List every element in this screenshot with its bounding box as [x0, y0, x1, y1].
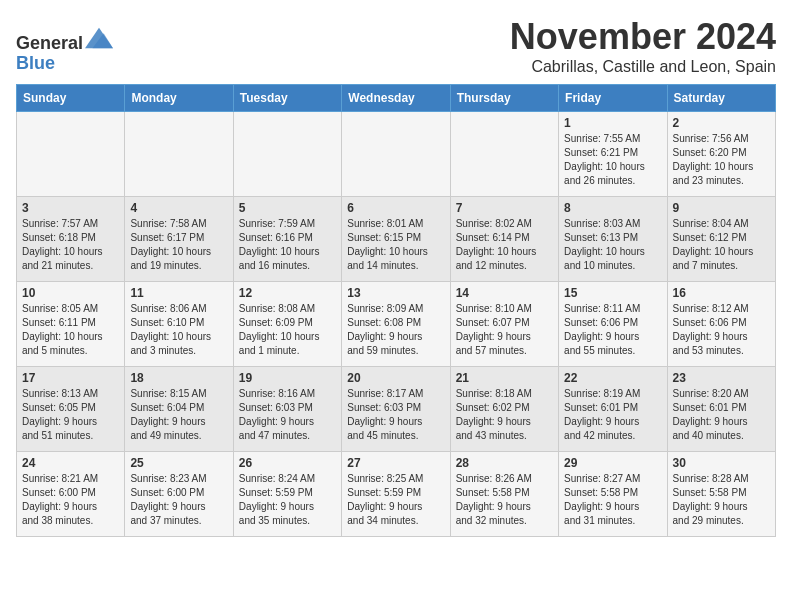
- day-number: 18: [130, 371, 227, 385]
- day-info: Sunrise: 8:10 AM Sunset: 6:07 PM Dayligh…: [456, 302, 553, 358]
- day-info: Sunrise: 8:11 AM Sunset: 6:06 PM Dayligh…: [564, 302, 661, 358]
- calendar-cell: 9Sunrise: 8:04 AM Sunset: 6:12 PM Daylig…: [667, 197, 775, 282]
- day-info: Sunrise: 8:17 AM Sunset: 6:03 PM Dayligh…: [347, 387, 444, 443]
- day-number: 14: [456, 286, 553, 300]
- calendar-cell: [450, 112, 558, 197]
- day-number: 21: [456, 371, 553, 385]
- calendar-cell: 22Sunrise: 8:19 AM Sunset: 6:01 PM Dayli…: [559, 367, 667, 452]
- calendar-cell: 6Sunrise: 8:01 AM Sunset: 6:15 PM Daylig…: [342, 197, 450, 282]
- calendar-cell: 20Sunrise: 8:17 AM Sunset: 6:03 PM Dayli…: [342, 367, 450, 452]
- day-info: Sunrise: 8:06 AM Sunset: 6:10 PM Dayligh…: [130, 302, 227, 358]
- calendar-header: SundayMondayTuesdayWednesdayThursdayFrid…: [17, 85, 776, 112]
- calendar-cell: 30Sunrise: 8:28 AM Sunset: 5:58 PM Dayli…: [667, 452, 775, 537]
- day-info: Sunrise: 8:03 AM Sunset: 6:13 PM Dayligh…: [564, 217, 661, 273]
- logo-line1: General: [16, 27, 113, 54]
- calendar-cell: 7Sunrise: 8:02 AM Sunset: 6:14 PM Daylig…: [450, 197, 558, 282]
- calendar-cell: 4Sunrise: 7:58 AM Sunset: 6:17 PM Daylig…: [125, 197, 233, 282]
- day-info: Sunrise: 8:12 AM Sunset: 6:06 PM Dayligh…: [673, 302, 770, 358]
- day-number: 26: [239, 456, 336, 470]
- day-number: 16: [673, 286, 770, 300]
- day-info: Sunrise: 8:15 AM Sunset: 6:04 PM Dayligh…: [130, 387, 227, 443]
- day-info: Sunrise: 8:19 AM Sunset: 6:01 PM Dayligh…: [564, 387, 661, 443]
- day-info: Sunrise: 8:24 AM Sunset: 5:59 PM Dayligh…: [239, 472, 336, 528]
- day-info: Sunrise: 8:01 AM Sunset: 6:15 PM Dayligh…: [347, 217, 444, 273]
- day-number: 30: [673, 456, 770, 470]
- calendar-cell: 8Sunrise: 8:03 AM Sunset: 6:13 PM Daylig…: [559, 197, 667, 282]
- calendar-cell: 2Sunrise: 7:56 AM Sunset: 6:20 PM Daylig…: [667, 112, 775, 197]
- day-number: 5: [239, 201, 336, 215]
- day-number: 29: [564, 456, 661, 470]
- calendar-week-1: 1Sunrise: 7:55 AM Sunset: 6:21 PM Daylig…: [17, 112, 776, 197]
- calendar-week-4: 17Sunrise: 8:13 AM Sunset: 6:05 PM Dayli…: [17, 367, 776, 452]
- calendar-cell: 19Sunrise: 8:16 AM Sunset: 6:03 PM Dayli…: [233, 367, 341, 452]
- day-number: 3: [22, 201, 119, 215]
- day-info: Sunrise: 8:27 AM Sunset: 5:58 PM Dayligh…: [564, 472, 661, 528]
- calendar-cell: 15Sunrise: 8:11 AM Sunset: 6:06 PM Dayli…: [559, 282, 667, 367]
- day-info: Sunrise: 7:59 AM Sunset: 6:16 PM Dayligh…: [239, 217, 336, 273]
- calendar-cell: 18Sunrise: 8:15 AM Sunset: 6:04 PM Dayli…: [125, 367, 233, 452]
- day-info: Sunrise: 7:56 AM Sunset: 6:20 PM Dayligh…: [673, 132, 770, 188]
- day-info: Sunrise: 8:28 AM Sunset: 5:58 PM Dayligh…: [673, 472, 770, 528]
- calendar-cell: 29Sunrise: 8:27 AM Sunset: 5:58 PM Dayli…: [559, 452, 667, 537]
- location-title: Cabrillas, Castille and Leon, Spain: [510, 58, 776, 76]
- day-info: Sunrise: 8:08 AM Sunset: 6:09 PM Dayligh…: [239, 302, 336, 358]
- calendar-cell: 3Sunrise: 7:57 AM Sunset: 6:18 PM Daylig…: [17, 197, 125, 282]
- day-info: Sunrise: 8:18 AM Sunset: 6:02 PM Dayligh…: [456, 387, 553, 443]
- calendar-cell: [342, 112, 450, 197]
- calendar-cell: 23Sunrise: 8:20 AM Sunset: 6:01 PM Dayli…: [667, 367, 775, 452]
- calendar-cell: 14Sunrise: 8:10 AM Sunset: 6:07 PM Dayli…: [450, 282, 558, 367]
- calendar-week-2: 3Sunrise: 7:57 AM Sunset: 6:18 PM Daylig…: [17, 197, 776, 282]
- weekday-header-friday: Friday: [559, 85, 667, 112]
- day-number: 4: [130, 201, 227, 215]
- day-info: Sunrise: 7:55 AM Sunset: 6:21 PM Dayligh…: [564, 132, 661, 188]
- day-number: 17: [22, 371, 119, 385]
- day-info: Sunrise: 8:13 AM Sunset: 6:05 PM Dayligh…: [22, 387, 119, 443]
- logo-line2: Blue: [16, 54, 113, 74]
- calendar-cell: 28Sunrise: 8:26 AM Sunset: 5:58 PM Dayli…: [450, 452, 558, 537]
- calendar-cell: [125, 112, 233, 197]
- calendar-cell: 10Sunrise: 8:05 AM Sunset: 6:11 PM Dayli…: [17, 282, 125, 367]
- logo: General Blue: [16, 27, 113, 74]
- calendar-week-5: 24Sunrise: 8:21 AM Sunset: 6:00 PM Dayli…: [17, 452, 776, 537]
- calendar-cell: 21Sunrise: 8:18 AM Sunset: 6:02 PM Dayli…: [450, 367, 558, 452]
- weekday-header-saturday: Saturday: [667, 85, 775, 112]
- day-number: 19: [239, 371, 336, 385]
- day-info: Sunrise: 7:58 AM Sunset: 6:17 PM Dayligh…: [130, 217, 227, 273]
- day-number: 27: [347, 456, 444, 470]
- calendar-cell: 17Sunrise: 8:13 AM Sunset: 6:05 PM Dayli…: [17, 367, 125, 452]
- calendar-cell: [233, 112, 341, 197]
- calendar-week-3: 10Sunrise: 8:05 AM Sunset: 6:11 PM Dayli…: [17, 282, 776, 367]
- calendar-cell: 1Sunrise: 7:55 AM Sunset: 6:21 PM Daylig…: [559, 112, 667, 197]
- day-info: Sunrise: 7:57 AM Sunset: 6:18 PM Dayligh…: [22, 217, 119, 273]
- day-number: 9: [673, 201, 770, 215]
- day-number: 13: [347, 286, 444, 300]
- title-section: November 2024 Cabrillas, Castille and Le…: [510, 16, 776, 76]
- day-info: Sunrise: 8:05 AM Sunset: 6:11 PM Dayligh…: [22, 302, 119, 358]
- month-title: November 2024: [510, 16, 776, 58]
- day-info: Sunrise: 8:25 AM Sunset: 5:59 PM Dayligh…: [347, 472, 444, 528]
- day-number: 1: [564, 116, 661, 130]
- weekday-header-thursday: Thursday: [450, 85, 558, 112]
- calendar-cell: 5Sunrise: 7:59 AM Sunset: 6:16 PM Daylig…: [233, 197, 341, 282]
- weekday-header-tuesday: Tuesday: [233, 85, 341, 112]
- day-info: Sunrise: 8:26 AM Sunset: 5:58 PM Dayligh…: [456, 472, 553, 528]
- calendar-cell: 25Sunrise: 8:23 AM Sunset: 6:00 PM Dayli…: [125, 452, 233, 537]
- day-number: 11: [130, 286, 227, 300]
- day-number: 8: [564, 201, 661, 215]
- calendar-cell: 16Sunrise: 8:12 AM Sunset: 6:06 PM Dayli…: [667, 282, 775, 367]
- day-info: Sunrise: 8:23 AM Sunset: 6:00 PM Dayligh…: [130, 472, 227, 528]
- day-number: 6: [347, 201, 444, 215]
- day-info: Sunrise: 8:04 AM Sunset: 6:12 PM Dayligh…: [673, 217, 770, 273]
- day-number: 2: [673, 116, 770, 130]
- day-number: 25: [130, 456, 227, 470]
- day-number: 15: [564, 286, 661, 300]
- day-number: 24: [22, 456, 119, 470]
- day-number: 10: [22, 286, 119, 300]
- day-number: 12: [239, 286, 336, 300]
- calendar-cell: 11Sunrise: 8:06 AM Sunset: 6:10 PM Dayli…: [125, 282, 233, 367]
- day-number: 20: [347, 371, 444, 385]
- day-info: Sunrise: 8:09 AM Sunset: 6:08 PM Dayligh…: [347, 302, 444, 358]
- day-info: Sunrise: 8:20 AM Sunset: 6:01 PM Dayligh…: [673, 387, 770, 443]
- calendar-cell: 27Sunrise: 8:25 AM Sunset: 5:59 PM Dayli…: [342, 452, 450, 537]
- day-number: 23: [673, 371, 770, 385]
